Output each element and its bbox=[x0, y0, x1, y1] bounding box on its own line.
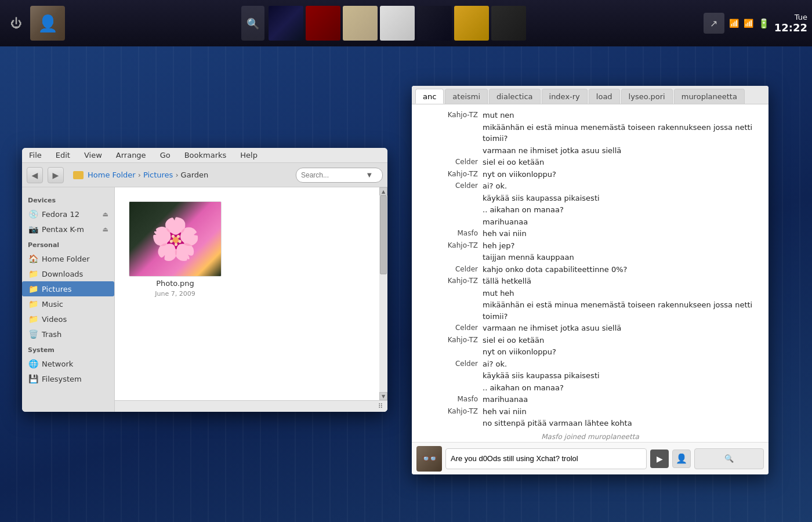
msg-18: Kahjo-TZ siel ei oo ketään bbox=[419, 335, 762, 346]
avatar-image: 👤 bbox=[30, 6, 65, 41]
home-icon: 🏠 bbox=[28, 253, 38, 264]
menu-go[interactable]: Go bbox=[158, 150, 173, 161]
chat-messages[interactable]: Kahjo-TZ mut nen mikäänhän ei estä minua… bbox=[412, 104, 768, 442]
tab-dialectica[interactable]: dialectica bbox=[489, 89, 540, 104]
menu-view[interactable]: View bbox=[82, 150, 104, 161]
scrollbar: ▲ ▼ bbox=[379, 187, 387, 400]
search-chevron-icon[interactable]: ▼ bbox=[367, 172, 372, 178]
pictures-label: Pictures bbox=[42, 285, 71, 293]
sidebar-item-pentax[interactable]: 📷 Pentax K-m ⏏ bbox=[22, 222, 114, 237]
back-button[interactable]: ◀ bbox=[27, 167, 43, 183]
desktop: ⏻ 👤 🔍 bbox=[0, 0, 812, 522]
menu-arrange[interactable]: Arrange bbox=[114, 150, 148, 161]
chat-person-icon[interactable]: 👤 bbox=[672, 449, 691, 468]
search-button[interactable]: 🔍 bbox=[241, 6, 264, 41]
text-20: ai? ok. bbox=[483, 358, 762, 370]
breadcrumb-pictures[interactable]: Pictures bbox=[143, 171, 173, 179]
tab-load[interactable]: load bbox=[589, 89, 620, 104]
chat-input-area: 👓 ▶ 👤 🔍 bbox=[412, 442, 768, 474]
filesystem-icon: 💾 bbox=[28, 374, 38, 384]
eject-icon-1[interactable]: ⏏ bbox=[103, 211, 108, 218]
msg-13: Celder kahjo onko dota capabiliteettinne… bbox=[419, 264, 762, 276]
msg-22: .. aikahan on manaa? bbox=[419, 382, 762, 394]
msg-8: .. aikahan on manaa? bbox=[419, 204, 762, 216]
tab-muroplaneetta[interactable]: muroplaneetta bbox=[674, 89, 745, 104]
sidebar-item-music[interactable]: 📁 Music bbox=[22, 296, 114, 311]
clock-time: 12:22 bbox=[774, 21, 807, 34]
sidebar-item-pictures[interactable]: 📁 Pictures bbox=[22, 281, 114, 296]
text-22: .. aikahan on manaa? bbox=[483, 382, 762, 394]
downloads-icon: 📁 bbox=[28, 269, 38, 279]
text-9: marihuanaa bbox=[483, 216, 762, 228]
tab-lyseo-pori[interactable]: lyseo.pori bbox=[621, 89, 673, 104]
msg-16: mikäänhän ei estä minua menemästä toisee… bbox=[419, 299, 762, 322]
videos-icon: 📁 bbox=[28, 314, 38, 324]
text-12: taijjan mennä kauppaan bbox=[483, 252, 762, 263]
menu-file[interactable]: File bbox=[27, 150, 44, 161]
file-name: Photo.png bbox=[156, 279, 194, 288]
msg-10: Masfo heh vai niin bbox=[419, 228, 762, 240]
sidebar-item-filesystem[interactable]: 💾 Filesystem bbox=[22, 371, 114, 386]
tab-index-ry[interactable]: index-ry bbox=[542, 89, 588, 104]
thumbnail-2[interactable] bbox=[306, 6, 340, 41]
msg-9: marihuanaa bbox=[419, 216, 762, 228]
chat-send-button[interactable]: ▶ bbox=[650, 449, 669, 468]
pentax-icon: 📷 bbox=[28, 224, 38, 234]
chat-input[interactable] bbox=[445, 448, 647, 469]
user-avatar[interactable]: 👤 bbox=[30, 6, 65, 41]
text-6: ai? ok. bbox=[483, 180, 762, 192]
breadcrumb-sep-1: › bbox=[138, 171, 141, 179]
thumbnail-4[interactable] bbox=[380, 6, 415, 41]
music-label: Music bbox=[42, 300, 63, 309]
menu-bookmarks[interactable]: Bookmarks bbox=[182, 150, 229, 161]
text-8: .. aikahan on manaa? bbox=[483, 204, 762, 216]
videos-label: Videos bbox=[42, 315, 67, 324]
tab-ateismi[interactable]: ateismi bbox=[445, 89, 488, 104]
tab-anc[interactable]: anc bbox=[415, 89, 444, 104]
thumbnail-7[interactable] bbox=[491, 6, 526, 41]
scroll-down-arrow[interactable]: ▼ bbox=[379, 392, 387, 400]
scroll-thumb[interactable] bbox=[380, 195, 387, 274]
text-5: nyt on viikonloppu? bbox=[483, 169, 762, 180]
chat-search-button[interactable]: 🔍 bbox=[694, 448, 764, 469]
sidebar-item-videos[interactable]: 📁 Videos bbox=[22, 311, 114, 327]
sidebar-item-network[interactable]: 🌐 Network bbox=[22, 356, 114, 371]
thumbnail-5-preview bbox=[417, 6, 452, 41]
power-button[interactable]: ⏻ bbox=[5, 6, 28, 41]
msg-system-join: Masfo joined muroplaneetta bbox=[419, 432, 762, 442]
sender-3 bbox=[419, 145, 483, 157]
scroll-up-arrow[interactable]: ▲ bbox=[379, 187, 387, 195]
chat-tabs: anc ateismi dialectica index-ry load lys… bbox=[412, 86, 768, 104]
thumbnail-1[interactable] bbox=[269, 6, 303, 41]
sidebar-item-trash[interactable]: 🗑️ Trash bbox=[22, 327, 114, 342]
share-icon[interactable]: ↗ bbox=[704, 13, 724, 34]
sender-4: Celder bbox=[419, 157, 483, 168]
msg-4: Celder siel ei oo ketään bbox=[419, 157, 762, 168]
content-area: Photo.png June 7, 2009 bbox=[115, 187, 387, 400]
text-15: mut heh bbox=[483, 288, 762, 299]
text-24: heh vai niin bbox=[483, 406, 762, 418]
eject-icon-2[interactable]: ⏏ bbox=[103, 226, 108, 233]
file-thumbnail bbox=[129, 201, 222, 277]
signal-icon-2: 📶 bbox=[744, 19, 753, 28]
thumbnail-5[interactable] bbox=[417, 6, 452, 41]
file-manager-window: File Edit View Arrange Go Bookmarks Help… bbox=[22, 148, 387, 412]
thumbnail-3[interactable] bbox=[343, 6, 378, 41]
sidebar-item-fedora[interactable]: 💿 Fedora 12 ⏏ bbox=[22, 206, 114, 222]
thumbnail-4-preview bbox=[380, 6, 415, 41]
msg-11: Kahjo-TZ heh jep? bbox=[419, 240, 762, 252]
sidebar-item-downloads[interactable]: 📁 Downloads bbox=[22, 266, 114, 281]
menu-help[interactable]: Help bbox=[238, 150, 260, 161]
trash-icon: 🗑️ bbox=[28, 329, 38, 339]
forward-button[interactable]: ▶ bbox=[48, 167, 64, 183]
devices-label: Devices bbox=[22, 192, 114, 206]
thumbnail-6[interactable] bbox=[454, 6, 489, 41]
breadcrumb-home[interactable]: Home Folder bbox=[88, 171, 136, 179]
chat-user-avatar: 👓 bbox=[416, 446, 442, 472]
file-item-photo[interactable]: Photo.png June 7, 2009 bbox=[124, 197, 226, 302]
menu-edit[interactable]: Edit bbox=[53, 150, 72, 161]
status-text: ⠿ bbox=[378, 403, 383, 410]
sidebar-item-home[interactable]: 🏠 Home Folder bbox=[22, 251, 114, 266]
sender-6: Celder bbox=[419, 180, 483, 192]
search-input[interactable] bbox=[301, 171, 365, 179]
